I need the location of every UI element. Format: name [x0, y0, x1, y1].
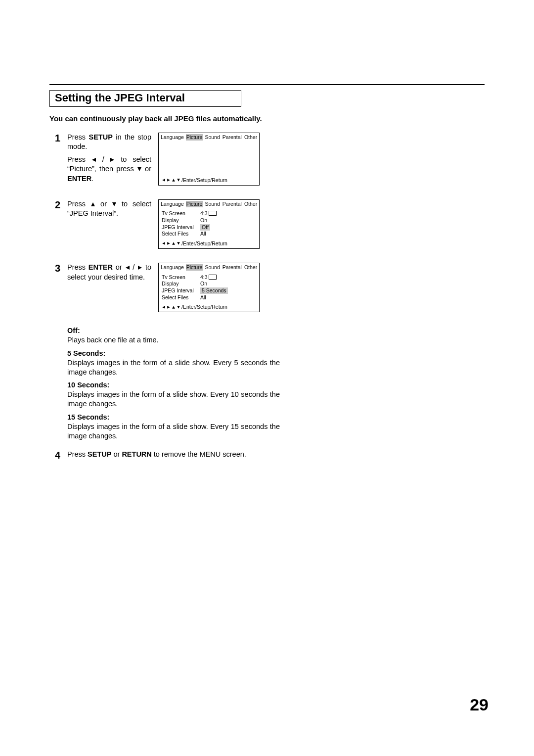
- tab-sound: Sound: [204, 134, 220, 141]
- manual-page: Setting the JPEG Interval You can contin…: [0, 0, 534, 756]
- text: Press: [67, 133, 89, 141]
- step-number: 2: [49, 199, 60, 211]
- osd-footer-text: /Enter/Setup/Return: [181, 304, 227, 310]
- arrow-right-icon: [110, 158, 114, 162]
- slash: /: [130, 263, 138, 271]
- arrow-down-icon: [177, 306, 180, 309]
- option-15s-body: Displays images in the form of a slide s…: [67, 422, 280, 441]
- arrow-up-icon: [91, 202, 95, 206]
- aspect-box-icon: [209, 211, 217, 216]
- arrow-right-icon: [167, 179, 170, 182]
- arrow-left-icon: [92, 158, 96, 162]
- osd-value: 4:3: [200, 274, 217, 281]
- text: Press: [67, 450, 88, 458]
- osd-value: All: [200, 294, 206, 301]
- intro-text: You can continuously play back all JPEG …: [49, 114, 287, 124]
- arrow-up-icon: [172, 179, 175, 182]
- tab-picture: Picture: [186, 134, 203, 141]
- tab-picture: Picture: [186, 264, 203, 271]
- option-10s-body: Displays images in the form of a slide s…: [67, 390, 280, 409]
- osd-row: Tv Screen4:3: [162, 274, 256, 281]
- section-title: Setting the JPEG Interval: [55, 92, 185, 104]
- tab-language: Language: [160, 201, 184, 207]
- tab-language: Language: [160, 264, 184, 271]
- option-15s-title: 15 Seconds:: [67, 413, 280, 422]
- arrow-right-icon: [138, 266, 142, 270]
- osd-row: Select FilesAll: [162, 294, 256, 301]
- step-1: 1 Press SETUP in the stop mode. Press / …: [49, 133, 287, 186]
- osd-value: On: [200, 281, 207, 287]
- osd-label: Tv Screen: [162, 274, 196, 281]
- option-5s-title: 5 Seconds:: [67, 349, 280, 358]
- page-number: 29: [470, 695, 489, 714]
- text: or: [142, 165, 151, 173]
- osd-row: Tv Screen4:3: [162, 210, 256, 217]
- osd-body: Tv Screen4:3 DisplayOn JPEG Interval5 Se…: [159, 272, 259, 303]
- button-label-return: RETURN: [122, 450, 151, 458]
- osd-label: Select Files: [162, 294, 196, 301]
- tab-other: Other: [244, 201, 258, 207]
- button-label-setup: SETUP: [89, 133, 113, 141]
- step-number: 1: [49, 133, 60, 144]
- step-number: 4: [49, 450, 60, 461]
- osd-body: [159, 142, 259, 176]
- arrow-down-icon: [177, 179, 180, 182]
- arrow-left-icon: [162, 179, 165, 182]
- osd-value: 4:3: [200, 210, 217, 217]
- osd-row: JPEG IntervalOff: [162, 224, 256, 231]
- tab-parental: Parental: [222, 134, 242, 141]
- osd-footer: /Enter/Setup/Return: [159, 239, 259, 248]
- osd-value: All: [200, 231, 206, 237]
- option-5s-body: Displays images in the form of a slide s…: [67, 358, 280, 377]
- text: to remove the MENU screen.: [152, 450, 246, 458]
- text: Press: [67, 263, 89, 271]
- osd-screen-3: Language Picture Sound Parental Other Tv…: [158, 263, 260, 312]
- section-title-box: Setting the JPEG Interval: [49, 90, 241, 107]
- step-body: Press SETUP in the stop mode. Press / to…: [67, 133, 151, 184]
- text: or: [111, 450, 122, 458]
- tab-other: Other: [244, 134, 258, 141]
- osd-footer: /Enter/Setup/Return: [159, 303, 259, 312]
- osd-footer: /Enter/Setup/Return: [159, 176, 259, 185]
- osd-row: DisplayOn: [162, 281, 256, 287]
- osd-label: JPEG Interval: [162, 224, 196, 231]
- step-2: 2 Press or to select “JPEG Interval”. La…: [49, 199, 287, 249]
- button-label-setup: SETUP: [88, 450, 111, 458]
- tab-language: Language: [160, 134, 184, 141]
- option-10s-title: 10 Seconds:: [67, 380, 280, 390]
- tab-picture: Picture: [186, 201, 203, 207]
- step-3: 3 Press ENTER or / to select your desire…: [49, 263, 287, 312]
- slash: /: [96, 155, 110, 163]
- osd-label: JPEG Interval: [162, 287, 196, 294]
- osd-label: Select Files: [162, 231, 196, 237]
- osd-tabs: Language Picture Sound Parental Other: [159, 200, 259, 208]
- osd-value-selected: 5 Seconds: [200, 287, 228, 294]
- arrow-down-icon: [137, 167, 141, 171]
- option-off-body: Plays back one file at a time.: [67, 335, 280, 345]
- text: or: [95, 200, 112, 208]
- tab-parental: Parental: [222, 201, 242, 207]
- period: .: [91, 175, 93, 183]
- osd-footer-text: /Enter/Setup/Return: [181, 240, 227, 247]
- tab-sound: Sound: [204, 264, 220, 271]
- button-label-enter: ENTER: [67, 175, 91, 183]
- tab-parental: Parental: [222, 264, 242, 271]
- arrow-right-icon: [167, 306, 170, 309]
- osd-label: Display: [162, 281, 196, 287]
- arrow-right-icon: [167, 242, 170, 245]
- step-4: 4 Press SETUP or RETURN to remove the ME…: [49, 450, 287, 461]
- content-column: Setting the JPEG Interval You can contin…: [49, 85, 287, 461]
- tab-sound: Sound: [204, 201, 220, 207]
- osd-screen-2: Language Picture Sound Parental Other Tv…: [158, 199, 260, 249]
- step-body: Press SETUP or RETURN to remove the MENU…: [67, 450, 287, 460]
- tab-other: Other: [244, 264, 258, 271]
- osd-screen-1: Language Picture Sound Parental Other /E…: [158, 133, 260, 186]
- step-body: Press or to select “JPEG Interval”.: [67, 199, 151, 219]
- arrow-up-icon: [172, 306, 175, 309]
- osd-label: Display: [162, 217, 196, 224]
- osd-footer-text: /Enter/Setup/Return: [181, 177, 227, 184]
- arrow-left-icon: [162, 242, 165, 245]
- osd-row: JPEG Interval5 Seconds: [162, 287, 256, 294]
- osd-value-selected: Off: [200, 224, 210, 231]
- osd-row: Select FilesAll: [162, 231, 256, 237]
